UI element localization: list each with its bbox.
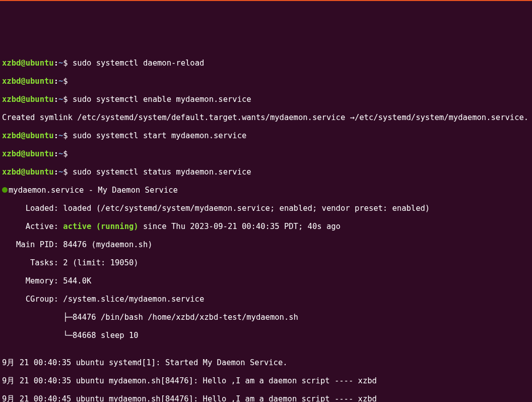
output-line: Created symlink /etc/systemd/system/defa… [2, 113, 530, 122]
memory-line: Memory: 544.0K [2, 276, 530, 285]
cgroup-child-line: └─84668 sleep 10 [2, 331, 530, 340]
prompt-line: xzbd@ubuntu:~$ sudo systemctl status myd… [2, 167, 530, 177]
prompt-line: xzbd@ubuntu:~$ [2, 149, 530, 158]
cgroup-line: CGroup: /system.slice/mydaemon.service [2, 295, 530, 304]
terminal-output[interactable]: xzbd@ubuntu:~$ sudo systemctl daemon-rel… [2, 47, 530, 402]
service-title-line: mydaemon.service - My Daemon Service [2, 186, 530, 195]
prompt-host: ubuntu [26, 59, 54, 68]
command-text: sudo systemctl enable mydaemon.service [68, 95, 251, 104]
log-line: 9月 21 00:40:45 ubuntu mydaemon.sh[84476]… [2, 394, 530, 402]
log-line: 9月 21 00:40:35 ubuntu mydaemon.sh[84476]… [2, 376, 530, 385]
prompt-line: xzbd@ubuntu:~$ [2, 77, 530, 86]
prompt-line: xzbd@ubuntu:~$ sudo systemctl start myda… [2, 131, 530, 140]
prompt-line: xzbd@ubuntu:~$ sudo systemctl enable myd… [2, 95, 530, 104]
loaded-line: Loaded: loaded (/etc/systemd/system/myda… [2, 204, 530, 213]
title-bar-accent [0, 0, 532, 1]
prompt-line: xzbd@ubuntu:~$ sudo systemctl daemon-rel… [2, 59, 530, 68]
command-text: sudo systemctl start mydaemon.service [68, 131, 247, 140]
tasks-line: Tasks: 2 (limit: 19050) [2, 258, 530, 267]
command-text: sudo systemctl status mydaemon.service [68, 167, 251, 177]
active-line: Active: active (running) since Thu 2023-… [2, 222, 530, 231]
command-text: sudo systemctl daemon-reload [68, 59, 205, 68]
cgroup-child-line: ├─84476 /bin/bash /home/xzbd/xzbd-test/m… [2, 313, 530, 322]
status-dot-icon [2, 187, 8, 193]
mainpid-line: Main PID: 84476 (mydaemon.sh) [2, 240, 530, 249]
prompt-path: ~ [58, 59, 63, 68]
log-line: 9月 21 00:40:35 ubuntu systemd[1]: Starte… [2, 358, 530, 367]
prompt-user: xzbd [2, 59, 21, 68]
active-status: active (running) [63, 222, 138, 231]
